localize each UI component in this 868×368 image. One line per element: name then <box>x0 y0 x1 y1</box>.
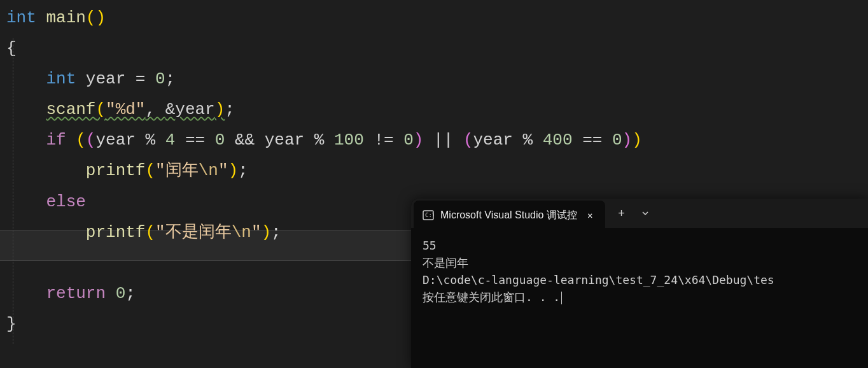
terminal-titlebar[interactable]: C:\ Microsoft Visual Studio 调试控 ✕ + <box>411 199 868 228</box>
indent-guide <box>13 38 13 344</box>
svg-text:C:\: C:\ <box>425 212 434 218</box>
keyword-int: int <box>6 8 36 27</box>
code-line: if ((year % 4 == 0 && year % 100 != 0) |… <box>6 125 868 155</box>
code-line: int year = 0; <box>6 64 868 94</box>
terminal-icon: C:\ <box>423 209 434 221</box>
terminal-output[interactable]: 55 不是闰年 D:\code\c-language-learning\test… <box>411 228 868 315</box>
warning-squiggle[interactable]: scanf("%d", &year) <box>46 100 225 119</box>
tab-actions: + <box>613 207 654 220</box>
code-line: scanf("%d", &year); <box>6 94 868 125</box>
function-main: main <box>46 8 85 27</box>
terminal-window[interactable]: C:\ Microsoft Visual Studio 调试控 ✕ + 55 不… <box>411 199 868 368</box>
tab-dropdown-button[interactable] <box>636 207 654 220</box>
close-icon[interactable]: ✕ <box>584 210 596 221</box>
terminal-line: D:\code\c-language-learning\test_7_24\x6… <box>423 271 857 288</box>
terminal-tab-title: Microsoft Visual Studio 调试控 <box>440 209 577 222</box>
terminal-line: 不是闰年 <box>423 254 857 271</box>
new-tab-button[interactable]: + <box>613 207 630 220</box>
code-line: int main() <box>6 3 868 33</box>
code-line: printf("闰年\n"); <box>6 155 868 186</box>
terminal-cursor <box>561 292 562 304</box>
code-line: { <box>6 33 868 64</box>
terminal-line: 55 <box>423 237 857 254</box>
terminal-line: 按任意键关闭此窗口. . . <box>423 288 857 306</box>
terminal-tab[interactable]: C:\ Microsoft Visual Studio 调试控 ✕ <box>414 201 605 230</box>
